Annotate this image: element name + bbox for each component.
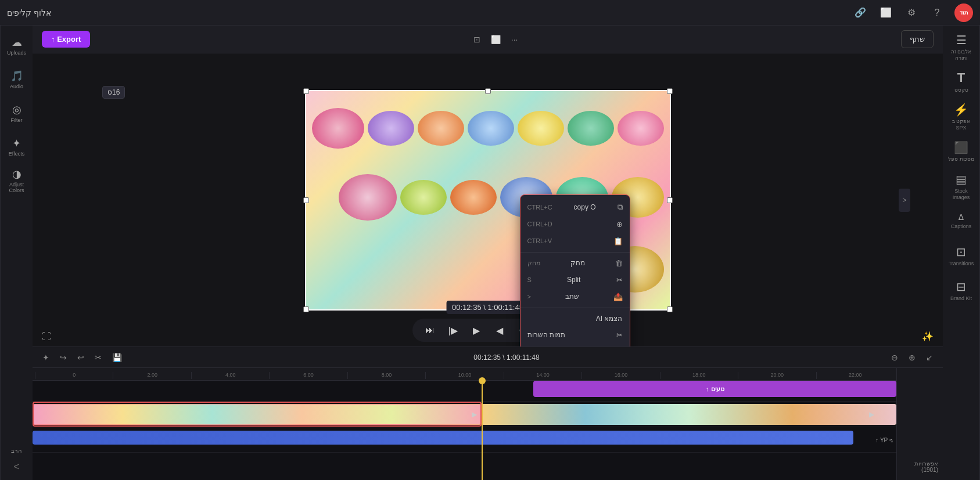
timeline-undo[interactable]: ↩ — [74, 351, 87, 364]
sidebar-collapse-chevron[interactable]: > — [13, 461, 20, 475]
video-clip-1[interactable] — [33, 404, 482, 425]
sidebar-item-transitions[interactable]: ⊡ Transitions — [946, 239, 977, 273]
ctx-delete-label: מחק — [570, 259, 585, 267]
share-button[interactable]: שתף — [901, 30, 934, 48]
left-sidebar: ☁ Uploads 🎵 Audio ◎ Filter ✦ Effects ◑ A… — [0, 26, 33, 480]
playback-back[interactable]: ◀ — [491, 322, 508, 338]
sidebar-item-adjust[interactable]: ◑ Adjust Colors — [4, 165, 30, 196]
sidebar-item-brandkit[interactable]: ⊟ Brand Kit — [946, 274, 977, 308]
ruler-mark-0: 22:00 — [816, 372, 894, 379]
timeline-tracks: 22:00 20:00 18:00 16:00 14:00 10:00 8:00… — [33, 368, 896, 480]
album-icon: ☰ — [956, 33, 967, 47]
ctx-item-delete[interactable]: 🗑 מחק מחק — [520, 255, 630, 272]
masks-icon: ⬛ — [954, 140, 968, 154]
ruler-mark-8: 4:00 — [191, 372, 269, 379]
fullscreen-button[interactable]: ⛶ — [42, 331, 51, 342]
top-bar-left: תוד ? ⚙ ⬜ 🔗 — [852, 3, 973, 22]
video-clip-2[interactable] — [482, 404, 896, 425]
audio-clip[interactable] — [33, 431, 853, 445]
adjust-icon: ◑ — [12, 168, 21, 181]
transitions-icon: ⊡ — [956, 245, 966, 259]
sidebar-label-adjust: Adjust Colors — [4, 182, 30, 193]
ctx-item-copy[interactable]: ⧉ copy O CTRL+C — [520, 199, 630, 216]
sidebar-item-audio[interactable]: 🎵 Audio — [4, 64, 30, 95]
ctx-item-split[interactable]: ✂ Split S — [520, 272, 630, 288]
playback-skip-forward[interactable]: ⏭ — [422, 322, 438, 338]
sidebar-expand[interactable]: הרב — [11, 447, 22, 459]
ctx-share2-shortcut: < — [527, 293, 531, 300]
right-sidebar: ☰ אלבום זה ותורה T טקסט ⚡ אפקט ב SPX ⬛ מ… — [943, 26, 980, 480]
timeline-save[interactable]: 💾 — [109, 351, 125, 364]
duplicate-icon: ⊕ — [616, 220, 623, 229]
title-clip[interactable]: טעים ↑ — [533, 381, 896, 397]
sidebar-label-effects-left: Effects — [9, 151, 24, 157]
context-menu: ⧉ copy O CTRL+C ⊕ CTRL+D 📋 CTRL+V — [520, 194, 630, 347]
ruler-mark-9: 2:00 — [113, 372, 191, 379]
ctx-copy-label: copy O — [574, 203, 596, 211]
ruler-mark-2: 18:00 — [660, 372, 738, 379]
timeline-time-display: 00:12:35 \ 1:00:11:48 — [473, 353, 539, 362]
ctx-item-ai[interactable]: הצמא AI — [520, 311, 630, 327]
link-icon[interactable]: 🔗 — [852, 5, 868, 21]
sidebar-item-uploads[interactable]: ☁ Uploads — [4, 30, 30, 62]
ctx-item-more[interactable]: ··· — [520, 344, 630, 347]
ai-button[interactable]: ✨ — [922, 331, 934, 342]
sidebar-item-stock[interactable]: ▤ Stock Images — [946, 169, 977, 203]
split-icon: ✂ — [616, 276, 623, 284]
ruler-mark-1: 20:00 — [738, 372, 816, 379]
center-area: שתף ··· ⬜ ⊡ Export ↑ 16ס — [33, 26, 943, 480]
track-row-audio: גי YP ↑ — [33, 427, 896, 453]
preview-fullscreen[interactable]: ⊡ — [471, 33, 483, 46]
playback-forward[interactable]: ▶| — [445, 322, 461, 338]
sidebar-label-audio: Audio — [10, 84, 23, 89]
ctx-ai-label: הצמא AI — [596, 315, 623, 323]
sidebar-collapse-button[interactable]: < — [899, 189, 910, 212]
ctx-item-speed[interactable]: ✂ תמות השרות — [520, 327, 630, 344]
timeline-zoom-in[interactable]: ⊕ — [906, 351, 918, 364]
timeline-cut[interactable]: ✂ — [92, 351, 105, 364]
ctx-copy-shortcut: CTRL+C — [527, 204, 552, 211]
preview-canvas[interactable]: ⧉ copy O CTRL+C ⊕ CTRL+D 📋 CTRL+V — [305, 90, 671, 311]
preview-time: 00:12:35 \ 1:00:11:48 — [446, 301, 529, 314]
track-row-video: ▶ ▶ — [33, 402, 896, 427]
preview-area: 16ס — [33, 53, 943, 347]
sidebar-label-masks: מסכות ספל — [948, 156, 974, 163]
clip1-icon: ▶ — [472, 410, 477, 418]
sidebar-item-text[interactable]: T טקסט — [946, 65, 977, 99]
toolbar-center: ··· ⬜ ⊡ — [471, 33, 521, 46]
playhead[interactable] — [482, 381, 483, 480]
sidebar-item-effects[interactable]: ✦ Effects — [4, 131, 30, 163]
sidebar-item-filter[interactable]: ◎ Filter — [4, 98, 30, 129]
grid-icon[interactable]: ⬜ — [878, 5, 894, 21]
sidebar-item-effects[interactable]: ⚡ אפקט ב SPX — [946, 100, 977, 133]
timeline-zoom-out[interactable]: ⊖ — [888, 351, 901, 364]
ctx-item-paste[interactable]: 📋 CTRL+V — [520, 233, 630, 250]
ctx-divider-2 — [520, 308, 630, 308]
ruler-mark-5: 10:00 — [425, 372, 503, 379]
ctx-speed-label: תמות השרות — [527, 331, 565, 339]
settings-icon[interactable]: ⚙ — [903, 5, 920, 21]
sidebar-item-masks[interactable]: ⬛ מסכות ספל — [946, 135, 977, 168]
timeline-fit-button[interactable]: ↙ — [923, 351, 936, 364]
ctx-item-duplicate[interactable]: ⊕ CTRL+D — [520, 216, 630, 233]
preview-fit[interactable]: ⬜ — [488, 33, 504, 46]
timeline-magic[interactable]: ✦ — [40, 351, 52, 364]
logo[interactable]: תוד — [954, 3, 973, 22]
filter-icon: ◎ — [12, 103, 21, 116]
toolbar: שתף ··· ⬜ ⊡ Export ↑ — [33, 26, 943, 53]
help-icon[interactable]: ? — [929, 5, 945, 21]
export-button[interactable]: Export ↑ — [42, 31, 90, 48]
timeline-ruler: 22:00 20:00 18:00 16:00 14:00 10:00 8:00… — [33, 368, 896, 381]
playback-play[interactable]: ▶ — [468, 322, 484, 338]
timeline-header: ↙ ⊕ ⊖ 00:12:35 \ 1:00:11:48 💾 ✂ ↩ ↪ ✦ — [33, 347, 943, 368]
ctx-item-share2[interactable]: 📤 שתב < — [520, 288, 630, 305]
ctx-split-shortcut: S — [527, 276, 532, 283]
sidebar-item-captions[interactable]: Δ Captions — [946, 204, 977, 238]
preview-dots[interactable]: ··· — [508, 33, 521, 46]
ctx-share2-label: שתב — [565, 293, 579, 301]
timeline-tools: ↙ ⊕ ⊖ — [888, 351, 936, 364]
timeline-redo[interactable]: ↪ — [57, 351, 70, 364]
captions-icon: Δ — [959, 212, 964, 222]
ctx-delete-shortcut: מחק — [527, 259, 540, 267]
sidebar-item-album[interactable]: ☰ אלבום זה ותורה — [946, 30, 977, 64]
